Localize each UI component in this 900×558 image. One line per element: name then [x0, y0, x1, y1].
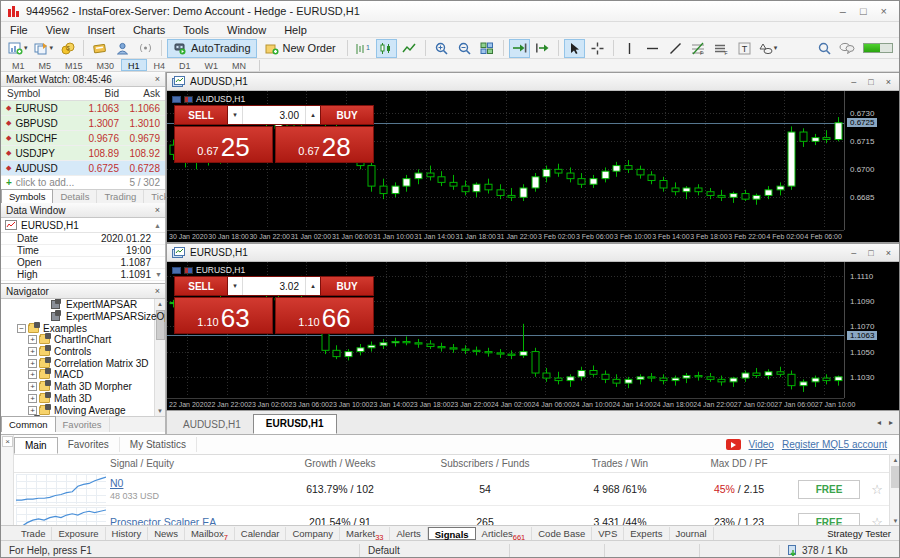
timeframe-h1[interactable]: H1 — [121, 59, 147, 71]
depth-of-market-icon[interactable] — [172, 96, 181, 103]
minimize-button[interactable]: – — [840, 5, 846, 17]
volume-stepper[interactable]: ▾ 3.02 ▴ — [228, 276, 320, 296]
buy-button[interactable]: BUY — [320, 276, 374, 296]
market-watch-row[interactable]: ◆GBPUSD1.30071.3010 — [1, 116, 165, 131]
navigator-item-controls[interactable]: +Controls — [1, 346, 165, 358]
status-profile[interactable]: Default — [359, 544, 509, 557]
navigator-item-moving-average[interactable]: +Moving Average — [1, 404, 165, 416]
maximize-button[interactable]: □ — [868, 77, 873, 87]
vertical-line-tool-button[interactable] — [619, 39, 640, 58]
column-maxdd-pf[interactable]: Max DD / PF — [685, 458, 793, 469]
signal-row[interactable]: Prospector Scalper EA201.54% / 912653 43… — [14, 506, 889, 526]
close-button[interactable]: × — [886, 77, 891, 87]
toolbox-tab-trade[interactable]: Trade — [15, 527, 52, 540]
toolbox-tab-market[interactable]: Market33 — [340, 527, 390, 540]
toolbox-tab-alerts[interactable]: Alerts — [390, 527, 427, 540]
menu-tools[interactable]: Tools — [174, 22, 218, 38]
maximize-button[interactable]: □ — [860, 5, 867, 17]
navigator-item-expertmapsarsizeoptim[interactable]: ExpertMAPSARSizeOptim — [1, 311, 165, 323]
close-icon[interactable]: × — [155, 205, 160, 215]
buy-button[interactable]: BUY — [320, 105, 374, 125]
signals-tab-main[interactable]: Main — [14, 437, 58, 454]
column-signal-equity[interactable]: Signal / Equity — [110, 458, 265, 469]
expand-icon[interactable]: + — [28, 335, 37, 344]
signals-scrollbar[interactable]: ▲ ▼ — [889, 455, 900, 526]
navigator-item-math-3d[interactable]: +Math 3D — [1, 393, 165, 405]
navigator-item-chartinchart[interactable]: +ChartInChart — [1, 334, 165, 346]
timeframe-m30[interactable]: M30 — [90, 59, 122, 71]
zoom-in-button[interactable] — [431, 39, 452, 58]
chat-icon[interactable] — [839, 42, 855, 54]
toolbox-tab-code-base[interactable]: Code Base — [532, 527, 592, 540]
column-symbol[interactable]: Symbol — [1, 88, 75, 99]
autotrading-button[interactable]: AutoTrading — [167, 39, 257, 58]
maximize-button[interactable]: □ — [868, 248, 873, 258]
navigator-item-macd[interactable]: +MACD — [1, 369, 165, 381]
tab-details[interactable]: Details — [53, 190, 97, 203]
resize-grip[interactable] — [891, 541, 900, 558]
column-bid[interactable]: Bid — [75, 88, 119, 99]
one-click-trading-icon[interactable] — [184, 267, 193, 274]
timeframe-h4[interactable]: H4 — [147, 59, 173, 71]
toolbox-tab-articles[interactable]: Articles661 — [476, 527, 533, 540]
time-scale[interactable]: 30 Jan 202030 Jan 18:0030 Jan 22:0031 Ja… — [167, 230, 844, 242]
minimize-button[interactable]: – — [851, 248, 856, 258]
search-icon[interactable] — [818, 42, 831, 55]
minimize-button[interactable]: – — [851, 77, 856, 87]
volume-down-icon[interactable]: ▾ — [228, 277, 243, 295]
volume-value[interactable]: 3.00 — [243, 110, 305, 121]
sell-price-panel[interactable]: 1.10 63 — [174, 297, 273, 334]
toolbox-tab-signals[interactable]: Signals — [428, 527, 476, 540]
free-button[interactable]: FREE — [798, 480, 860, 499]
column-trades-win[interactable]: Trades / Win — [555, 458, 685, 469]
tab-scroll-right-icon[interactable]: ▸ — [889, 418, 893, 427]
expand-icon[interactable]: + — [28, 382, 37, 391]
market-watch-row[interactable]: ◆AUDUSD0.67250.6728 — [1, 161, 165, 176]
price-scale[interactable]: 0.67300.67150.67000.66850.6725 — [844, 91, 900, 230]
chart-title-bar[interactable]: AUDUSD,H1 – □ × — [167, 73, 900, 91]
chart-tab-audusd-h1[interactable]: AUDUSD,H1 — [171, 416, 253, 434]
volume-up-icon[interactable]: ▴ — [305, 277, 320, 295]
sell-button[interactable]: SELL — [174, 105, 228, 125]
line-chart-mode-button[interactable] — [399, 39, 420, 58]
chart-title-bar[interactable]: EURUSD,H1 – □ × — [167, 244, 900, 262]
close-button[interactable]: × — [881, 5, 887, 17]
chart-tab-eurusd-h1[interactable]: EURUSD,H1 — [253, 414, 337, 434]
depth-of-market-icon[interactable] — [172, 267, 181, 274]
shapes-tool-button[interactable]: ▾ — [757, 39, 780, 58]
toolbox-tab-history[interactable]: History — [106, 527, 149, 540]
register-mql5-link[interactable]: Register MQL5 account — [782, 439, 887, 450]
new-chart-button[interactable]: ▾ — [6, 39, 30, 58]
favorite-star-icon[interactable]: ☆ — [865, 482, 889, 497]
close-icon[interactable]: × — [155, 74, 160, 84]
channel-tool-button[interactable]: F — [711, 39, 732, 58]
toolbox-tab-company[interactable]: Company — [286, 527, 340, 540]
menu-window[interactable]: Window — [218, 22, 275, 38]
timeframe-m15[interactable]: M15 — [58, 59, 90, 71]
volume-up-icon[interactable]: ▴ — [305, 106, 320, 124]
free-button[interactable]: FREE — [798, 513, 860, 527]
close-icon[interactable]: × — [155, 286, 160, 296]
scroll-up-icon[interactable]: ▲ — [154, 222, 161, 229]
toolbox-tab-news[interactable]: News — [148, 527, 185, 540]
scrollbar-thumb[interactable] — [891, 466, 900, 488]
volume-stepper[interactable]: ▾ 3.00 ▴ — [228, 105, 320, 125]
menu-help[interactable]: Help — [275, 22, 316, 38]
fibonacci-tool-button[interactable]: F — [688, 39, 709, 58]
expand-icon[interactable]: + — [28, 406, 37, 415]
signals-toolbar-button[interactable] — [135, 39, 156, 58]
column-subscribers-funds[interactable]: Subscribers / Funds — [415, 458, 555, 469]
column-growth-weeks[interactable]: Growth / Weeks — [265, 458, 415, 469]
auto-scroll-button[interactable] — [509, 39, 530, 58]
symbols-button[interactable]: $ — [57, 39, 78, 58]
market-watch-row[interactable]: ◆EURUSD1.10631.1066 — [1, 101, 165, 116]
expand-icon[interactable]: + — [28, 394, 37, 403]
navigator-item-examples[interactable]: −Examples — [1, 322, 165, 334]
tab-common[interactable]: Common — [1, 416, 56, 432]
candlestick-mode-button[interactable] — [376, 39, 397, 58]
timeframe-m5[interactable]: M5 — [32, 59, 59, 71]
collapse-icon[interactable]: − — [17, 324, 26, 333]
market-watch-add-row[interactable]: + click to add... 5 / 302 — [1, 176, 165, 189]
timeframe-w1[interactable]: W1 — [198, 59, 226, 71]
toolbox-tab-mailbox[interactable]: Mailbox7 — [185, 527, 235, 540]
